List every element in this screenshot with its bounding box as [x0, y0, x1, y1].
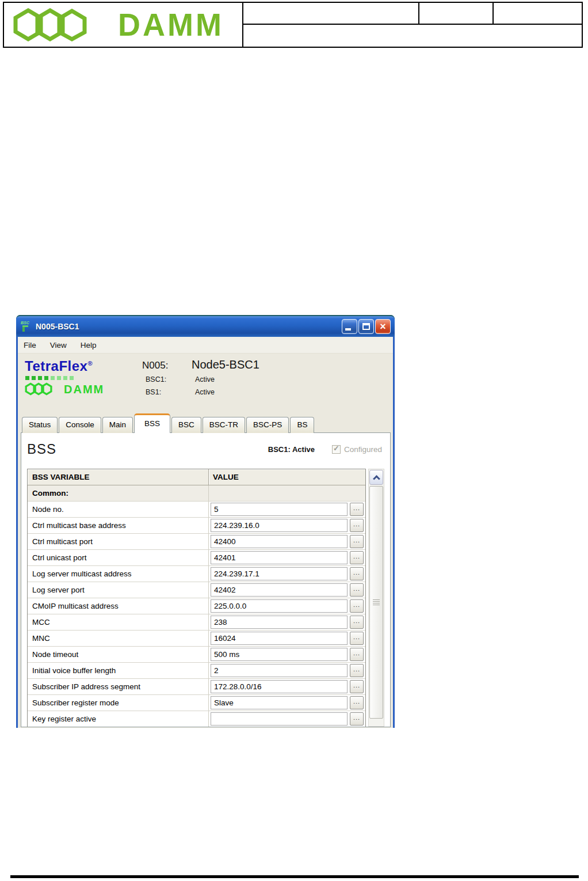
minimize-icon — [345, 328, 351, 331]
value-field[interactable]: Slave — [211, 696, 348, 709]
minimize-button[interactable] — [342, 319, 357, 334]
variable-label: Subscriber IP address segment — [28, 679, 209, 695]
edit-value-button[interactable]: ... — [350, 567, 364, 580]
node-name: Node5-BSC1 — [192, 358, 259, 371]
edit-value-button[interactable]: ... — [350, 712, 364, 726]
page-header-top-row — [243, 3, 582, 25]
table-rows: Node no. 5 ... Ctrl multicast base addre… — [28, 502, 365, 727]
window-titlebar[interactable]: BSC N005-BSC1 × — [16, 315, 395, 337]
edit-value-button[interactable]: ... — [350, 583, 364, 597]
variable-label: Initial voice buffer length — [28, 663, 209, 679]
node-header-section: TetraFlex® DAMM — [18, 354, 393, 414]
edit-value-button[interactable]: ... — [350, 664, 364, 677]
tab[interactable]: BSS — [134, 413, 170, 433]
tab[interactable]: BSC-PS — [246, 417, 289, 433]
edit-value-button[interactable]: ... — [350, 535, 364, 548]
value-field[interactable]: 42401 — [211, 551, 348, 564]
page-header-bottom-cell — [243, 25, 582, 47]
value-cell: 42400 ... — [209, 534, 365, 550]
value-cell: ... — [209, 711, 365, 727]
vertical-scrollbar[interactable] — [368, 469, 384, 727]
variable-label: MNC — [28, 631, 209, 647]
table-row: Key register active ... — [28, 711, 365, 727]
edit-value-button[interactable]: ... — [350, 503, 364, 516]
variable-label: Key register active — [28, 711, 209, 727]
page-header-right — [243, 3, 582, 47]
close-icon: × — [376, 320, 390, 333]
value-field[interactable]: 224.239.17.1 — [211, 567, 348, 580]
tab[interactable]: BS — [290, 417, 314, 433]
edit-value-button[interactable]: ... — [350, 519, 364, 532]
variable-label: Log server multicast address — [28, 566, 209, 582]
variable-label: Node timeout — [28, 647, 209, 663]
variable-label: Log server port — [28, 582, 209, 598]
tab[interactable]: BSC-TR — [203, 417, 245, 433]
edit-value-button[interactable]: ... — [350, 599, 364, 613]
variable-label: MCC — [28, 614, 209, 631]
value-cell: 5 ... — [209, 502, 365, 518]
table-row: MNC 16024 ... — [28, 631, 365, 647]
close-button[interactable]: × — [375, 319, 391, 334]
maximize-button[interactable] — [358, 319, 374, 334]
value-cell: 172.28.0.0/16 ... — [209, 679, 365, 695]
value-field[interactable]: 224.239.16.0 — [211, 519, 348, 532]
edit-value-button[interactable]: ... — [350, 632, 364, 645]
tab[interactable]: Status — [22, 417, 58, 433]
table-row: Initial voice buffer length 2 ... — [28, 663, 365, 679]
value-field[interactable]: 172.28.0.0/16 — [211, 680, 348, 693]
menu-bar: FileViewHelp — [18, 337, 393, 354]
value-field[interactable]: 42402 — [211, 583, 348, 597]
node-status-value: Active — [195, 388, 259, 396]
value-cell: 42402 ... — [209, 582, 365, 598]
page-header-cell-1 — [243, 3, 419, 24]
value-field[interactable]: 2 — [211, 664, 348, 677]
app-window: BSC N005-BSC1 × FileViewHelp TetraFlex® — [16, 315, 395, 728]
chevron-up-icon — [373, 475, 380, 483]
table-row: Ctrl unicast port 42401 ... — [28, 550, 365, 566]
edit-value-button[interactable]: ... — [350, 616, 364, 629]
variable-label: Subscriber register mode — [28, 695, 209, 711]
maximize-icon — [362, 323, 370, 330]
value-field[interactable]: 500 ms — [211, 648, 348, 661]
tab[interactable]: Main — [102, 417, 133, 433]
damm-hexagons-icon — [12, 7, 110, 43]
variable-label: Ctrl multicast port — [28, 534, 209, 550]
value-cell: 16024 ... — [209, 631, 365, 647]
edit-value-button[interactable]: ... — [350, 680, 364, 693]
value-field[interactable]: 5 — [211, 503, 348, 516]
edit-value-button[interactable]: ... — [350, 696, 364, 709]
node-status-value: Active — [195, 375, 259, 383]
value-field[interactable]: 238 — [211, 616, 348, 629]
scrollbar-thumb[interactable] — [369, 486, 383, 719]
variable-label: Ctrl multicast base address — [28, 518, 209, 534]
panel-header: BSS BSC1: Active ✓ Configured — [21, 433, 390, 457]
value-field[interactable]: 16024 — [211, 632, 348, 645]
table-row: CMoIP multicast address 225.0.0.0 ... — [28, 598, 365, 614]
table-row: MCC 238 ... — [28, 614, 365, 631]
menu-item[interactable]: View — [50, 341, 67, 350]
value-field[interactable]: 42400 — [211, 535, 348, 548]
scroll-up-button[interactable] — [369, 470, 383, 485]
menu-item[interactable]: File — [24, 341, 36, 350]
node-status-label: BS1: — [146, 388, 195, 396]
table-row: Node timeout 500 ms ... — [28, 647, 365, 663]
node-id: N005: — [142, 360, 192, 371]
edit-value-button[interactable]: ... — [350, 551, 364, 564]
configured-label: Configured — [344, 445, 382, 454]
bss-tab-panel: BSS BSC1: Active ✓ Configured BSS VARIAB… — [21, 432, 391, 727]
table-row: Node no. 5 ... — [28, 502, 365, 518]
value-field[interactable] — [211, 712, 348, 726]
table-row: Subscriber IP address segment 172.28.0.0… — [28, 679, 365, 695]
edit-value-button[interactable]: ... — [350, 648, 364, 661]
value-field[interactable]: 225.0.0.0 — [211, 599, 348, 613]
table-row: Subscriber register mode Slave ... — [28, 695, 365, 711]
page-header-table: DAMM — [3, 2, 583, 48]
menu-item[interactable]: Help — [81, 341, 97, 350]
checkmark-icon: ✓ — [333, 444, 339, 453]
tab[interactable]: Console — [59, 417, 101, 433]
table-row: Log server port 42402 ... — [28, 582, 365, 598]
tab[interactable]: BSC — [171, 417, 201, 433]
node-status-label: BSC1: — [146, 375, 195, 383]
table-row: Log server multicast address 224.239.17.… — [28, 566, 365, 582]
configured-checkbox[interactable]: ✓ — [332, 445, 341, 454]
